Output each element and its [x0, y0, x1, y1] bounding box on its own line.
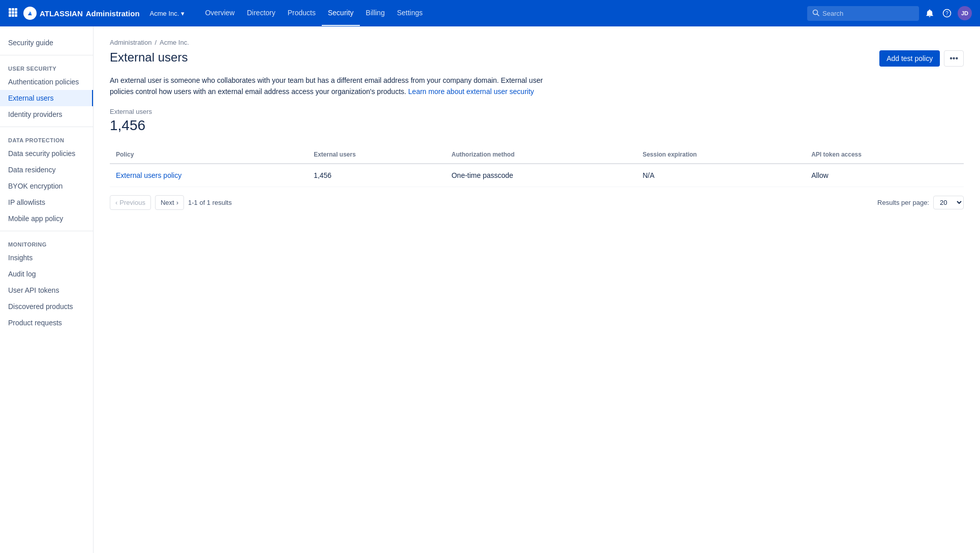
learn-more-link[interactable]: Learn more about external user security [408, 87, 534, 96]
sidebar-item-data-security[interactable]: Data security policies [0, 145, 93, 162]
sidebar-section-monitoring: MONITORING [0, 235, 93, 250]
col-policy: Policy [110, 146, 308, 164]
cell-api-token: Allow [805, 164, 964, 187]
nav-item-billing[interactable]: Billing [360, 1, 391, 26]
svg-rect-4 [12, 11, 14, 14]
col-session-exp: Session expiration [636, 146, 805, 164]
help-button[interactable]: ? [940, 7, 954, 20]
sidebar-item-insights[interactable]: Insights [0, 250, 93, 266]
org-selector[interactable]: Acme Inc. ▾ [146, 8, 189, 19]
sidebar-item-user-api-tokens[interactable]: User API tokens [0, 282, 93, 298]
next-icon: › [176, 199, 178, 206]
sidebar-section-data-protection: DATA PROTECTION [0, 131, 93, 145]
sidebar-item-mobile-app[interactable]: Mobile app policy [0, 210, 93, 227]
search-icon [812, 9, 819, 18]
sidebar-item-byok[interactable]: BYOK encryption [0, 178, 93, 194]
prev-label: Previous [119, 199, 145, 206]
sidebar-item-data-residency[interactable]: Data residency [0, 162, 93, 178]
nav-item-products[interactable]: Products [282, 1, 322, 26]
sidebar-item-audit-log[interactable]: Audit log [0, 266, 93, 282]
results-per-page-select[interactable]: 10 20 50 100 [933, 196, 964, 209]
app-name: Administration [86, 9, 140, 18]
next-label: Next [161, 199, 174, 206]
svg-rect-3 [9, 11, 11, 14]
main-nav: Overview Directory Products Security Bil… [199, 1, 428, 26]
svg-text:?: ? [945, 11, 948, 16]
svg-line-10 [817, 14, 819, 16]
top-navigation: ATLASSIAN Administration Acme Inc. ▾ Ove… [0, 0, 980, 26]
stats-label: External users [110, 108, 964, 115]
page-title: External users [110, 50, 188, 65]
svg-rect-6 [9, 14, 11, 17]
search-box[interactable] [807, 6, 919, 21]
avatar-initials: JD [961, 10, 968, 16]
nav-item-security[interactable]: Security [322, 1, 360, 26]
org-name: Acme Inc. [150, 10, 179, 17]
org-dropdown-icon: ▾ [181, 10, 185, 17]
sidebar-item-product-requests[interactable]: Product requests [0, 315, 93, 331]
page-actions: Add test policy ••• [879, 50, 964, 67]
col-auth-method: Authorization method [445, 146, 636, 164]
atlassian-brand: ATLASSIAN [40, 9, 83, 18]
breadcrumb: Administration / Acme Inc. [110, 39, 964, 46]
sidebar-item-ip-allowlists[interactable]: IP allowlists [0, 194, 93, 210]
stats-value: 1,456 [110, 117, 964, 134]
svg-rect-8 [15, 14, 17, 17]
nav-item-directory[interactable]: Directory [241, 1, 282, 26]
breadcrumb-admin[interactable]: Administration [110, 39, 151, 46]
nav-item-settings[interactable]: Settings [391, 1, 429, 26]
col-api-token: API token access [805, 146, 964, 164]
add-test-policy-button[interactable]: Add test policy [879, 50, 940, 67]
prev-icon: ‹ [115, 199, 117, 206]
sidebar-item-security-guide[interactable]: Security guide [0, 35, 93, 51]
prev-button[interactable]: ‹ Previous [110, 195, 151, 210]
policies-table: Policy External users Authorization meth… [110, 146, 964, 187]
main-content: Administration / Acme Inc. External user… [94, 26, 980, 553]
cell-session-exp: N/A [636, 164, 805, 187]
cell-external-users: 1,456 [308, 164, 445, 187]
cell-auth-method: One-time passcode [445, 164, 636, 187]
atlassian-logo: ATLASSIAN Administration [23, 7, 140, 20]
sidebar-item-auth-policies[interactable]: Authentication policies [0, 74, 93, 90]
svg-rect-2 [15, 8, 17, 11]
breadcrumb-org[interactable]: Acme Inc. [160, 39, 189, 46]
more-options-button[interactable]: ••• [944, 50, 964, 67]
sidebar-item-discovered-products[interactable]: Discovered products [0, 298, 93, 315]
page-description: An external user is someone who collabor… [110, 75, 547, 98]
sidebar-section-user-security: USER SECURITY [0, 59, 93, 74]
col-external-users: External users [308, 146, 445, 164]
svg-rect-5 [15, 11, 17, 14]
results-info: 1-1 of 1 results [188, 199, 232, 206]
pagination: ‹ Previous Next › 1-1 of 1 results Resul… [110, 195, 964, 210]
svg-rect-0 [9, 8, 11, 11]
user-avatar[interactable]: JD [958, 6, 972, 20]
sidebar-item-external-users[interactable]: External users [0, 90, 93, 106]
sidebar-item-identity-providers[interactable]: Identity providers [0, 106, 93, 122]
policy-link[interactable]: External users policy [116, 171, 181, 179]
nav-item-overview[interactable]: Overview [199, 1, 240, 26]
svg-rect-1 [12, 8, 14, 11]
policies-table-container: Policy External users Authorization meth… [110, 146, 964, 187]
grid-icon[interactable] [8, 8, 17, 19]
search-input[interactable] [822, 10, 904, 17]
next-button[interactable]: Next › [155, 195, 184, 210]
more-icon: ••• [950, 54, 958, 63]
table-row: External users policy 1,456 One-time pas… [110, 164, 964, 187]
notifications-button[interactable] [923, 7, 936, 20]
svg-rect-7 [12, 14, 14, 17]
sidebar: Security guide USER SECURITY Authenticat… [0, 26, 94, 553]
results-per-page-label: Results per page: [877, 199, 929, 206]
